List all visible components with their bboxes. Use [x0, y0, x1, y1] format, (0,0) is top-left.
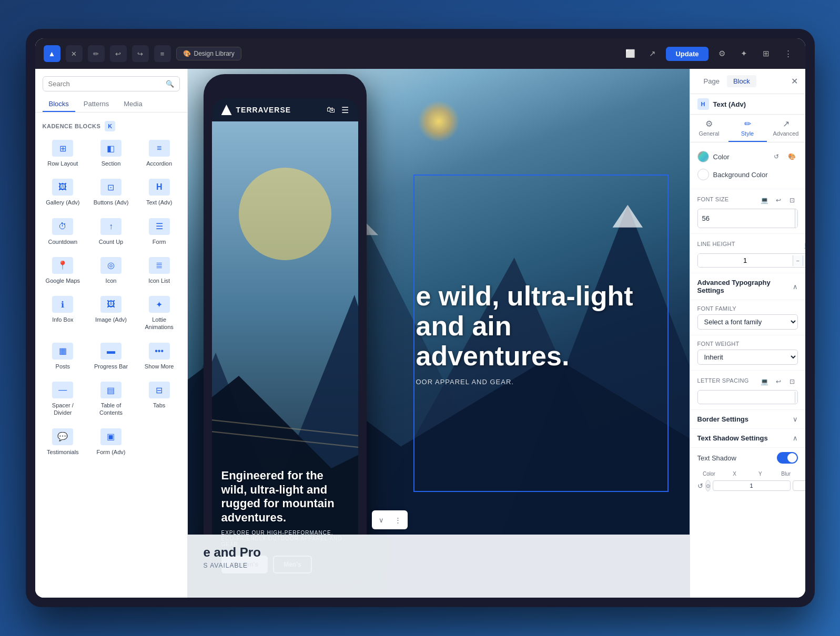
color-reset-icon[interactable]: ↺ [771, 151, 782, 162]
color-swatch[interactable] [697, 151, 709, 162]
shadow-reset-icon[interactable]: ↺ [697, 482, 703, 490]
rs-block-type-label: Text (Adv) [713, 100, 746, 108]
text-shadow-toggle[interactable] [777, 452, 798, 464]
block-gallery-adv[interactable]: 🖼 Gallery (Adv) [39, 173, 87, 211]
layout-icon[interactable]: ⊞ [758, 45, 775, 62]
block-form-adv[interactable]: ▣ Form (Adv) [87, 423, 135, 461]
block-accordion[interactable]: ≡ Accordion [136, 135, 183, 172]
block-tabs[interactable]: ⊟ Tabs [136, 376, 183, 422]
pen-btn[interactable]: ✏ [88, 45, 105, 62]
text-shadow-settings-toggle[interactable]: Text Shadow Settings ∧ [690, 429, 805, 448]
line-height-plus-btn[interactable]: + [803, 255, 805, 266]
rs-style-tab-style[interactable]: ✏ Style [728, 115, 767, 142]
form-label: Form [153, 238, 166, 245]
canvas-more-options[interactable]: ⋮ [391, 512, 406, 527]
block-google-maps[interactable]: 📍 Google Maps [39, 252, 87, 290]
redo-btn[interactable]: ↪ [132, 45, 149, 62]
font-size-more-icon[interactable]: ⊡ [786, 194, 798, 206]
canvas-hero-text: e wild, ultra-light and ain adventures. … [416, 281, 658, 386]
block-lottie[interactable]: ✦ Lottie Animations [136, 291, 183, 336]
bg-color-swatch[interactable] [697, 169, 709, 180]
preview-icon[interactable]: ⬜ [622, 45, 639, 62]
phone-nav-icons: 🛍 ☰ [327, 105, 349, 115]
rs-style-tab-general[interactable]: ⚙ General [690, 115, 728, 142]
text-shadow-settings-label: Text Shadow Settings [697, 434, 768, 442]
logo-icon: ▲ [44, 45, 60, 62]
letter-spacing-device-icon[interactable]: 💻 [759, 376, 771, 387]
rs-block-label: H Text (Adv) [690, 94, 805, 115]
block-buttons-adv[interactable]: ⊡ Buttons (Adv) [87, 173, 135, 211]
menu-btn[interactable]: ≡ [154, 45, 171, 62]
letter-spacing-reset-icon[interactable]: ↩ [773, 376, 784, 387]
design-library-button[interactable]: 🎨 Design Library [176, 47, 241, 60]
ai-icon[interactable]: ✦ [736, 45, 753, 62]
font-size-device-icon[interactable]: 💻 [759, 194, 771, 206]
phone-mockup: TERRAVERSE 🛍 ☰ [204, 74, 367, 592]
external-link-icon[interactable]: ↗ [644, 45, 661, 62]
block-countdown[interactable]: ⏱ Countdown [39, 213, 87, 251]
progress-bar-label: Progress Bar [94, 363, 128, 370]
block-spacer-divider[interactable]: — Spacer / Divider [39, 376, 87, 422]
line-height-device-icon[interactable]: 💻 [802, 239, 805, 251]
font-family-select[interactable]: Select a font family [697, 314, 798, 330]
icon-icon: ◎ [100, 257, 122, 274]
color-row: Color ↺ 🎨 [697, 148, 798, 166]
tab-media[interactable]: Media [117, 97, 148, 112]
border-settings-toggle[interactable]: Border Settings ∨ [690, 410, 805, 429]
search-input[interactable] [48, 80, 161, 88]
kadence-blocks-label: KADENCE BLOCKS K [35, 118, 187, 135]
block-show-more[interactable]: ••• Show More [136, 337, 183, 375]
block-image-adv[interactable]: 🖼 Image (Adv) [87, 291, 135, 336]
more-icon[interactable]: ⋮ [780, 45, 797, 62]
shadow-color-label: Color [697, 471, 721, 477]
blocks-grid: ⊞ Row Layout ◧ Section ≡ Accordion 🖼 Gal… [35, 135, 187, 461]
block-posts[interactable]: ▦ Posts [39, 337, 87, 375]
update-button[interactable]: Update [666, 47, 708, 61]
letter-spacing-input[interactable] [698, 391, 795, 404]
block-info-box[interactable]: ℹ Info Box [39, 291, 87, 336]
phone-brand: TERRAVERSE [221, 105, 291, 115]
form-adv-icon: ▣ [100, 428, 122, 445]
undo-btn[interactable]: ↩ [110, 45, 127, 62]
tab-patterns[interactable]: Patterns [77, 97, 115, 112]
block-testimonials[interactable]: 💬 Testimonials [39, 423, 87, 461]
font-size-reset-icon[interactable]: ↩ [773, 194, 784, 206]
font-weight-select[interactable]: Inherit [697, 350, 798, 365]
rs-tab-page[interactable]: Page [697, 75, 726, 87]
rs-tab-block[interactable]: Block [727, 75, 756, 87]
line-height-minus-btn[interactable]: − [793, 255, 803, 266]
block-section[interactable]: ◧ Section [87, 135, 135, 172]
close-btn[interactable]: ✕ [66, 45, 83, 62]
block-form[interactable]: ☰ Form [136, 213, 183, 251]
form-icon: ☰ [149, 218, 170, 235]
block-count-up[interactable]: ↑ Count Up [87, 213, 135, 251]
search-input-wrapper[interactable]: 🔍 [43, 76, 180, 91]
sidebar-tabs: Blocks Patterns Media [35, 97, 187, 112]
rs-close-button[interactable]: ✕ [791, 76, 798, 86]
line-height-col: LINE HEIGHT 💻 − + [697, 239, 805, 268]
adv-typography-toggle[interactable]: Advanced Typography Settings ∧ [690, 273, 805, 300]
top-bar: ▲ ✕ ✏ ↩ ↪ ≡ 🎨 Design Library ⬜ ↗ Update … [35, 38, 805, 69]
icon-list-label: Icon List [148, 277, 170, 284]
settings-icon[interactable]: ⚙ [714, 45, 731, 62]
shadow-x-input[interactable] [713, 480, 791, 491]
shadow-y-input[interactable] [793, 480, 805, 491]
canvas-toolbar: ∨ ⋮ [372, 510, 408, 529]
block-progress-bar[interactable]: ▬ Progress Bar [87, 337, 135, 375]
font-size-input[interactable] [698, 212, 795, 225]
color-pick-icon[interactable]: 🎨 [786, 151, 798, 162]
shadow-color-picker[interactable]: ⊙ [705, 480, 711, 491]
line-height-input[interactable] [698, 254, 793, 267]
rs-style-tabs: ⚙ General ✏ Style ↗ Advanced [690, 115, 805, 142]
block-text-adv[interactable]: H Text (Adv) [136, 173, 183, 211]
block-icon[interactable]: ◎ Icon [87, 252, 135, 290]
canvas-chevron-down[interactable]: ∨ [374, 512, 389, 527]
section-icon: ◧ [100, 140, 122, 157]
letter-spacing-more-icon[interactable]: ⊡ [786, 376, 798, 387]
rs-style-tab-advanced[interactable]: ↗ Advanced [767, 115, 805, 142]
canvas-hero-subtitle: OOR APPAREL AND GEAR. [416, 377, 658, 385]
tab-blocks[interactable]: Blocks [43, 97, 75, 112]
block-icon-list[interactable]: ≣ Icon List [136, 252, 183, 290]
block-row-layout[interactable]: ⊞ Row Layout [39, 135, 87, 172]
block-toc[interactable]: ▤ Table of Contents [87, 376, 135, 422]
